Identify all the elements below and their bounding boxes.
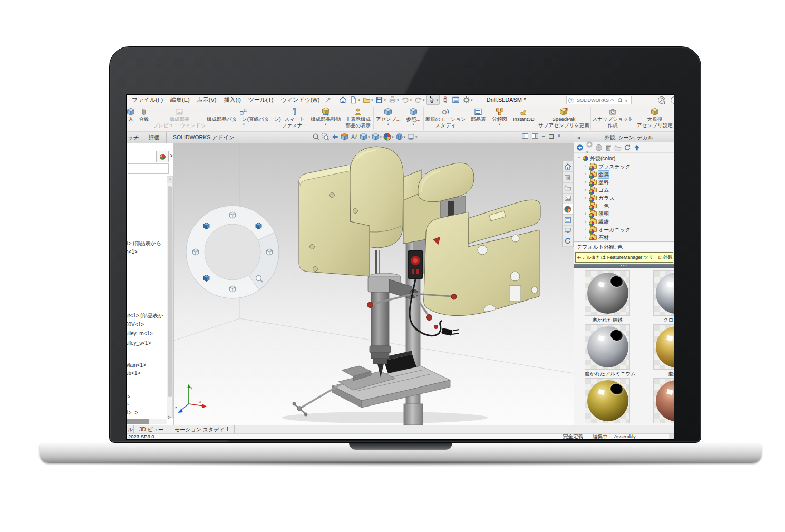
chevron-down-icon[interactable]: ▾ xyxy=(387,123,389,126)
menu-edit[interactable]: 編集(E) xyxy=(167,95,193,105)
undo-icon[interactable] xyxy=(400,95,413,104)
tree-item[interactable]: ut<1> (部品表か xyxy=(127,312,168,320)
ribbon-large-assembly-settings[interactable]: 大規模 アセンブリ設定 xyxy=(636,105,674,131)
ribbon-assembly-features[interactable]: アセンブ... ▾ xyxy=(374,105,402,131)
tree-item[interactable]: Main<1> xyxy=(127,362,168,368)
panel-next-icon[interactable]: > xyxy=(170,153,173,159)
tree-item-lights[interactable]: › 照明 xyxy=(574,210,674,218)
material-chromium[interactable]: クロミウム xyxy=(653,270,674,324)
restore-icon[interactable] xyxy=(549,134,554,139)
save-icon[interactable] xyxy=(374,95,387,104)
chevron-down-icon[interactable]: › xyxy=(577,157,582,160)
ribbon-new-motion-study[interactable]: 新規のモーション スタディ xyxy=(424,105,467,131)
close-icon[interactable]: × xyxy=(558,133,561,139)
back-icon[interactable] xyxy=(576,144,584,151)
scrollbar-thumb[interactable] xyxy=(168,186,172,397)
pane-splitter[interactable]: ••• xyxy=(574,264,674,268)
chevron-right-icon[interactable]: › xyxy=(585,188,588,192)
chevron-down-icon[interactable]: ▾ xyxy=(243,123,245,126)
material-polished-brass[interactable]: 磨かれた黄銅 xyxy=(585,378,630,425)
ribbon-smart-fasteners[interactable]: スマート ファスナー xyxy=(280,105,309,131)
menu-view[interactable]: 表示(V) xyxy=(194,95,220,105)
search-input[interactable] xyxy=(576,97,616,103)
horizontal-scrollbar[interactable] xyxy=(127,419,167,424)
print-icon[interactable] xyxy=(387,95,400,104)
edit-appearance-icon[interactable] xyxy=(383,133,394,141)
new-document-icon[interactable] xyxy=(348,95,361,104)
material-polished-gold[interactable]: 磨かれ xyxy=(653,324,674,378)
search-dropdown-icon[interactable] xyxy=(625,97,627,103)
material-polished-aluminum[interactable]: 磨かれたアルミニウム xyxy=(585,324,630,378)
hscroll-thumb[interactable] xyxy=(127,419,149,424)
tree-item[interactable]: ub<1> xyxy=(127,370,168,376)
user-account-icon[interactable] xyxy=(658,96,665,104)
previous-view-icon[interactable] xyxy=(331,133,339,141)
chevron-down-icon[interactable]: ▾ xyxy=(499,123,500,126)
ribbon-instant3d[interactable]: Instant3D xyxy=(511,105,536,131)
file-explorer-icon[interactable] xyxy=(563,183,573,194)
chevron-right-icon[interactable]: › xyxy=(585,219,588,224)
view-orientation-icon[interactable] xyxy=(360,133,370,141)
tab-motion-study-1[interactable]: モーション スタディ 1 xyxy=(169,425,235,433)
select-cursor-icon[interactable] xyxy=(426,95,440,105)
chevron-down-icon[interactable]: ▾ xyxy=(412,123,414,126)
redo-icon[interactable] xyxy=(413,95,426,104)
move-up-icon[interactable] xyxy=(633,144,641,151)
ribbon-bill-of-materials[interactable]: 部品表 xyxy=(469,105,488,131)
refresh-icon[interactable] xyxy=(624,144,631,151)
chevron-right-icon[interactable]: › xyxy=(585,227,588,232)
chevron-down-icon[interactable]: ▾ xyxy=(325,123,326,126)
zoom-fit-icon[interactable] xyxy=(312,133,320,141)
menu-file[interactable]: ファイル(F) xyxy=(129,95,166,105)
ribbon-exploded-view[interactable]: 分解図 ▾ xyxy=(490,105,509,131)
ribbon-move-component[interactable]: 構成部品移動 ▾ xyxy=(309,105,342,131)
tab-sketch[interactable]: ッチ xyxy=(127,132,142,143)
zoom-area-icon[interactable] xyxy=(322,133,329,141)
sync-icon[interactable] xyxy=(563,236,573,247)
home-icon[interactable] xyxy=(563,161,573,172)
forum-icon[interactable] xyxy=(563,226,573,236)
3d-viewport[interactable]: y x z xyxy=(174,143,574,425)
display-style-icon[interactable] xyxy=(372,133,382,141)
tree-item-stone[interactable]: › 石材 xyxy=(574,234,674,240)
chevron-right-icon[interactable]: › xyxy=(585,172,588,177)
panel-expand-icon[interactable]: > xyxy=(168,414,171,420)
material-polished-steel[interactable]: 磨かれた鋼鉄 xyxy=(585,270,630,324)
tree-item-glass[interactable]: › ガラス xyxy=(574,194,674,202)
help-search[interactable]: ? xyxy=(566,96,632,104)
pane-left-icon[interactable] xyxy=(522,133,528,139)
tree-item-rubber[interactable]: › ゴム xyxy=(574,186,674,194)
view-settings-icon[interactable] xyxy=(407,133,418,141)
apply-scene-icon[interactable] xyxy=(395,133,406,141)
custom-properties-icon[interactable] xyxy=(563,215,573,225)
annotation-icon[interactable] xyxy=(350,133,358,141)
material-polished-copper[interactable]: 磨か xyxy=(653,378,674,425)
menu-t-tools[interactable]: ツール(T) xyxy=(245,95,277,105)
ribbon-take-snapshot[interactable]: スナップショット 作成 xyxy=(591,105,634,131)
tab-model[interactable]: ル xyxy=(127,425,134,433)
tree-root-appearance-color[interactable]: › 外観(color) xyxy=(574,154,674,162)
tree-filter-input[interactable] xyxy=(128,163,169,174)
tree-item[interactable]: 1> (部品表から xyxy=(127,240,168,247)
appearance-ball-icon[interactable] xyxy=(595,144,603,151)
menu-insert[interactable]: 挿入(I) xyxy=(220,95,244,105)
tree-item[interactable]: -> xyxy=(127,394,168,400)
chevron-right-icon[interactable]: › xyxy=(585,196,588,200)
minimize-icon[interactable]: – xyxy=(542,133,545,139)
ribbon-reference-geometry[interactable]: 参照... ▾ xyxy=(404,105,423,131)
design-library-icon[interactable] xyxy=(563,172,573,182)
tree-scrollbar[interactable]: ^ xyxy=(167,176,173,418)
forward-icon[interactable] xyxy=(586,141,593,154)
home-icon[interactable] xyxy=(338,95,348,104)
ribbon-insert-components[interactable]: 入 xyxy=(127,105,135,131)
scroll-up-icon[interactable]: ^ xyxy=(167,177,172,183)
ribbon-linear-pattern[interactable]: 構成部品パターン(直線パターン) ▾ xyxy=(208,105,280,131)
tab-solidworks-addins[interactable]: SOLIDWORKS アドイン xyxy=(167,132,241,143)
chevron-right-icon[interactable]: › xyxy=(585,235,588,240)
tree-item[interactable]: 1> -> xyxy=(127,410,168,415)
chevron-right-icon[interactable]: › xyxy=(585,211,588,216)
chevron-right-icon[interactable]: › xyxy=(585,164,588,169)
open-icon[interactable] xyxy=(362,95,374,104)
tree-item[interactable]: n<1> xyxy=(127,249,168,255)
tree-item-organic[interactable]: › オーガニック xyxy=(574,226,674,234)
